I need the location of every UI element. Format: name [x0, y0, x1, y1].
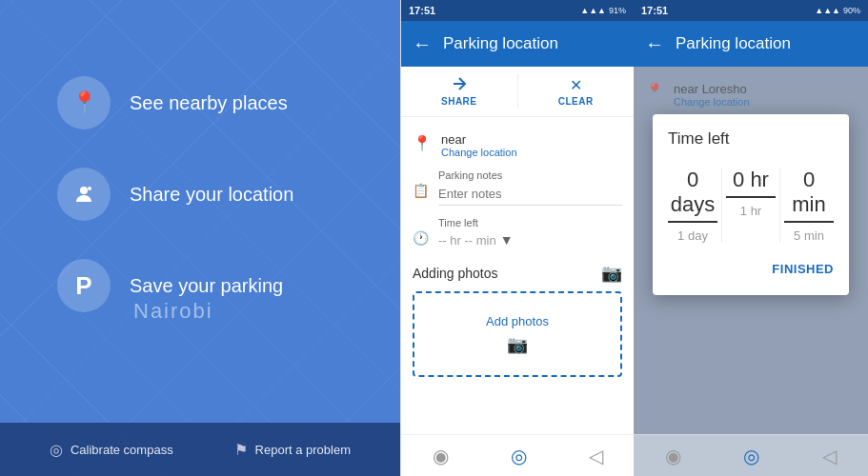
- location-name: near: [441, 132, 517, 147]
- dialog-status-bar: 17:51 ▲▲▲ 90%: [634, 0, 868, 21]
- dialog-change-location: Change location: [674, 96, 750, 108]
- menu-list: 📍 See nearby places Share your location …: [57, 76, 293, 312]
- clear-button[interactable]: ✕ CLEAR: [518, 67, 635, 116]
- share-location-icon: [57, 168, 111, 221]
- days-picker[interactable]: 0 days 1 day: [668, 168, 717, 243]
- compass-icon: ◎: [50, 441, 63, 459]
- clear-icon: ✕: [570, 76, 582, 94]
- dialog-back-button[interactable]: ←: [645, 33, 664, 55]
- change-location-link[interactable]: Change location: [441, 147, 517, 158]
- nearby-label: See nearby places: [130, 92, 288, 114]
- share-action-label: SHARE: [441, 96, 477, 107]
- photos-section: Adding photos 📷 Add photos 📷: [401, 255, 634, 385]
- back-button[interactable]: ←: [413, 33, 432, 55]
- nav-location-icon[interactable]: ◎: [511, 445, 527, 467]
- time-value-row: -- hr -- min ▼: [438, 232, 622, 248]
- dialog-location-row: 📍 near Loresho Change location: [634, 74, 868, 115]
- min-picker[interactable]: 0 min 5 min: [784, 168, 834, 243]
- min-below: 5 min: [794, 228, 824, 243]
- time-label: Time left: [438, 217, 622, 228]
- photos-header: Adding photos 📷: [413, 263, 622, 284]
- svg-point-0: [80, 187, 88, 194]
- battery-icon: 91%: [609, 6, 626, 15]
- time-left-modal: Time left 0 days 1 day 0 hr 1 hr 0 min 5…: [653, 114, 849, 295]
- notes-section: 📋 Parking notes: [401, 166, 634, 209]
- dialog-battery-icon: 90%: [843, 6, 860, 15]
- dialog-status-time: 17:51: [641, 5, 668, 16]
- dialog-panel: 17:51 ▲▲▲ 90% ← Parking location 📍 near …: [634, 0, 868, 476]
- dialog-location-icon: 📍: [645, 82, 664, 100]
- hr-value: 0 hr: [726, 168, 776, 198]
- nav-globe-icon[interactable]: ◉: [433, 445, 449, 467]
- dialog-signal-icon: ▲▲▲: [815, 6, 840, 15]
- clear-action-label: CLEAR: [558, 96, 594, 107]
- photo-add-icon: 📷: [507, 334, 528, 355]
- share-button[interactable]: SHARE: [401, 67, 517, 116]
- bottom-nav: ◉ ◎ ◁: [401, 434, 634, 476]
- dialog-status-icons: ▲▲▲ 90%: [815, 6, 860, 15]
- time-value: -- hr -- min: [438, 233, 496, 248]
- location-info: near Change location: [441, 132, 517, 158]
- report-label: Report a problem: [255, 443, 351, 457]
- dialog-header: ← Parking location: [634, 21, 868, 67]
- report-icon: ⚑: [234, 441, 248, 459]
- parking-panel: 17:51 ▲▲▲ 91% ← Parking location SHARE ✕…: [400, 0, 634, 476]
- status-icons: ▲▲▲ 91%: [580, 6, 626, 15]
- dialog-location-name: near Loresho: [674, 82, 750, 96]
- map-bottom-bar: ◎ Calibrate compass ⚑ Report a problem: [0, 423, 400, 476]
- photos-drop-zone[interactable]: Add photos 📷: [413, 291, 622, 377]
- action-bar: SHARE ✕ CLEAR: [401, 67, 634, 117]
- time-pickers: 0 days 1 day 0 hr 1 hr 0 min 5 min: [668, 168, 834, 243]
- hr-picker[interactable]: 0 hr 1 hr: [726, 168, 776, 243]
- svg-point-1: [88, 187, 91, 190]
- picker-divider-1: [721, 168, 722, 243]
- parking-content: 📍 near Change location 📋 Parking notes 🕐…: [401, 117, 634, 434]
- calibrate-label: Calibrate compass: [71, 443, 173, 457]
- dialog-bottom-nav: ◉ ◎ ◁: [634, 434, 868, 476]
- report-item[interactable]: ⚑ Report a problem: [234, 441, 351, 459]
- notes-input[interactable]: [438, 185, 622, 206]
- signal-icon: ▲▲▲: [580, 6, 606, 15]
- days-below: 1 day: [677, 228, 708, 243]
- picker-divider-2: [779, 168, 780, 243]
- dialog-nav-globe-icon[interactable]: ◉: [665, 445, 681, 467]
- time-dropdown-icon[interactable]: ▼: [500, 232, 514, 248]
- time-clock-icon: 🕐: [413, 230, 429, 246]
- notes-icon: 📋: [413, 183, 429, 198]
- camera-icon[interactable]: 📷: [601, 263, 622, 284]
- header-title: Parking location: [443, 34, 558, 53]
- modal-actions: FINISHED: [668, 258, 834, 280]
- menu-item-parking[interactable]: P Save your parking: [57, 259, 293, 312]
- dialog-nav-location-icon[interactable]: ◎: [743, 445, 759, 467]
- finished-button[interactable]: FINISHED: [772, 258, 834, 280]
- nearby-icon: 📍: [57, 76, 111, 129]
- photos-label: Adding photos: [413, 266, 498, 281]
- notes-label: Parking notes: [438, 169, 622, 181]
- share-label: Share your location: [130, 184, 293, 206]
- nav-back-icon[interactable]: ◁: [589, 445, 603, 467]
- status-time: 17:51: [409, 5, 435, 16]
- parking-header: ← Parking location: [401, 21, 634, 67]
- modal-title: Time left: [668, 129, 834, 149]
- min-value: 0 min: [784, 168, 834, 223]
- map-panel: Nairobi 📍 See nearby places Share your l…: [0, 0, 400, 476]
- location-row: 📍 near Change location: [401, 125, 634, 166]
- dialog-location-text: near Loresho Change location: [674, 82, 750, 108]
- add-photos-label: Add photos: [486, 314, 549, 328]
- parking-icon: P: [57, 259, 111, 312]
- hr-below: 1 hr: [740, 204, 761, 218]
- days-value: 0 days: [668, 168, 717, 223]
- location-pin-icon: 📍: [413, 134, 432, 152]
- calibrate-item[interactable]: ◎ Calibrate compass: [50, 441, 173, 459]
- menu-item-share[interactable]: Share your location: [57, 168, 293, 221]
- dialog-nav-back-icon[interactable]: ◁: [822, 445, 837, 467]
- share-icon: [452, 77, 467, 94]
- parking-label: Save your parking: [130, 275, 283, 297]
- status-bar: 17:51 ▲▲▲ 91%: [401, 0, 634, 21]
- dialog-header-title: Parking location: [676, 34, 791, 53]
- time-section: 🕐 Time left -- hr -- min ▼: [401, 209, 634, 255]
- menu-item-nearby[interactable]: 📍 See nearby places: [57, 76, 293, 129]
